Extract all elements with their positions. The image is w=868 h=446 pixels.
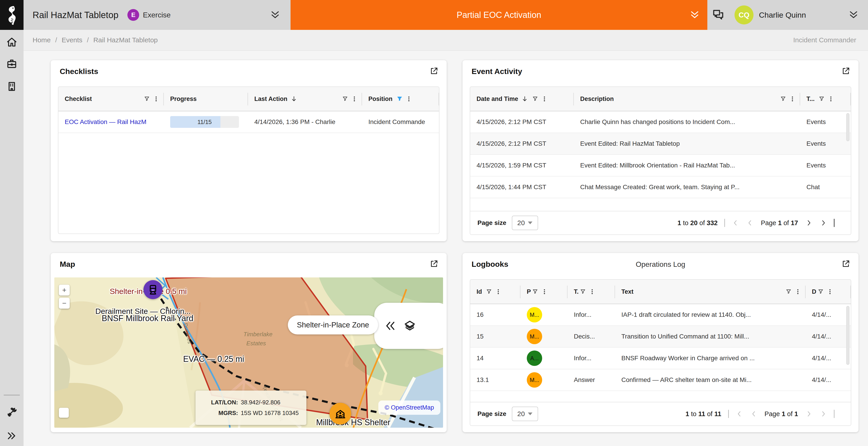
- column-header-checklist[interactable]: Checklist: [58, 87, 164, 111]
- column-header-last-action[interactable]: Last Action: [248, 87, 362, 111]
- column-menu-icon[interactable]: [406, 96, 412, 102]
- column-header-type[interactable]: T...: [800, 87, 851, 111]
- first-page-icon[interactable]: [736, 410, 743, 418]
- logbook-row[interactable]: 16 M... Infor... IAP-1 draft circulated …: [470, 304, 851, 326]
- column-menu-icon[interactable]: [541, 96, 548, 102]
- next-page-icon[interactable]: [805, 219, 812, 227]
- column-header-position[interactable]: Position: [362, 87, 439, 111]
- activation-banner[interactable]: Partial EOC Activation: [290, 0, 707, 30]
- prev-page-icon[interactable]: [746, 219, 754, 227]
- next-page-icon[interactable]: [805, 410, 812, 418]
- sort-desc-icon[interactable]: [290, 95, 297, 102]
- prev-page-icon[interactable]: [750, 410, 758, 418]
- chat-icon[interactable]: [712, 9, 724, 21]
- event-activity-table-header: Date and Time Description T...: [470, 87, 851, 111]
- expand-sidebar-icon[interactable]: [6, 430, 18, 442]
- column-menu-icon[interactable]: [828, 96, 834, 102]
- event-row[interactable]: 4/15/2026, 2:12 PM CST Charlie Quinn has…: [470, 111, 851, 133]
- checklist-link[interactable]: EOC Activation — Rail HazM: [65, 118, 146, 125]
- page-size-label: Page size: [477, 410, 506, 417]
- column-menu-icon[interactable]: [153, 96, 159, 102]
- event-row[interactable]: 4/15/2026, 1:59 PM CST Event Edited: Mil…: [470, 155, 851, 177]
- osm-attribution[interactable]: © OpenStreetMap: [378, 401, 440, 415]
- event-row[interactable]: 4/15/2026, 2:12 PM CST Event Edited: Rai…: [470, 133, 851, 155]
- filter-icon[interactable]: [818, 289, 824, 295]
- column-menu-icon[interactable]: [541, 288, 548, 295]
- derailment-marker[interactable]: [144, 280, 162, 299]
- logbook-row[interactable]: 14 A... Infor... BNSF Roadway Worker in …: [470, 348, 851, 369]
- filter-icon[interactable]: [144, 96, 150, 102]
- page-size-select[interactable]: 20: [512, 216, 538, 230]
- checklist-row[interactable]: EOC Activation — Rail HazM 11/15 4/14/20…: [58, 111, 439, 133]
- open-event-activity-icon[interactable]: [841, 66, 850, 75]
- table-scrollbar[interactable]: [846, 306, 849, 365]
- logbook-row[interactable]: 15 M... Decis... Transition to Unified C…: [470, 326, 851, 348]
- map-canvas[interactable]: Dunkles Tewauco Court Shelter-in-place 0…: [54, 278, 443, 428]
- log-text: BNSF Roadway Worker in Charge arrived on…: [615, 355, 806, 362]
- column-menu-icon[interactable]: [789, 96, 796, 102]
- column-menu-icon[interactable]: [589, 288, 595, 295]
- priority-pill: M...: [527, 372, 542, 388]
- breadcrumb-events[interactable]: Events: [62, 36, 82, 44]
- column-header-text[interactable]: Text: [615, 280, 806, 304]
- column-header-priority[interactable]: P: [521, 280, 567, 304]
- zoom-in-button[interactable]: +: [59, 285, 70, 295]
- event-menu-chevron-icon[interactable]: [270, 9, 281, 20]
- column-header-type[interactable]: T.: [567, 280, 615, 304]
- collapse-panel-icon[interactable]: [384, 320, 397, 332]
- last-page-icon[interactable]: [819, 219, 827, 227]
- open-logbooks-icon[interactable]: [841, 259, 850, 268]
- caret-down-icon: [528, 413, 532, 415]
- last-page-icon[interactable]: [819, 410, 827, 418]
- estates-label-line2: Estates: [229, 340, 283, 347]
- filter-active-icon[interactable]: [397, 96, 403, 102]
- map-control-stub[interactable]: [59, 408, 69, 418]
- event-header: Rail HazMat Tabletop E Exercise: [24, 0, 290, 30]
- table-scrollbar[interactable]: [846, 113, 849, 141]
- sort-desc-icon[interactable]: [521, 95, 528, 102]
- column-header-id[interactable]: Id: [470, 280, 521, 304]
- breadcrumb-home[interactable]: Home: [33, 36, 51, 44]
- filter-icon[interactable]: [486, 289, 492, 295]
- filter-icon[interactable]: [819, 96, 825, 102]
- column-menu-icon[interactable]: [795, 288, 801, 295]
- filter-icon[interactable]: [780, 96, 786, 102]
- filter-icon[interactable]: [532, 96, 538, 102]
- page-size-select[interactable]: 20: [512, 407, 538, 421]
- event-row[interactable]: 4/15/2026, 1:44 PM CST Chat Message Crea…: [470, 177, 851, 198]
- column-header-description[interactable]: Description: [574, 87, 800, 111]
- open-map-icon[interactable]: [430, 259, 438, 268]
- shelter-marker[interactable]: [330, 403, 351, 424]
- rail-yard-label: BNSF Millbrook Rail Yard: [71, 314, 223, 323]
- layer-pill-shelter-zone[interactable]: Shelter-in-Place Zone: [288, 315, 378, 334]
- column-menu-icon[interactable]: [827, 288, 833, 295]
- briefcase-icon[interactable]: [6, 58, 18, 70]
- checklists-table-header: Checklist Progress Last Action Position: [58, 87, 439, 111]
- layers-icon[interactable]: [404, 320, 416, 332]
- column-header-datetime[interactable]: Date and Time: [470, 87, 574, 111]
- open-checklists-icon[interactable]: [430, 66, 438, 75]
- tools-icon[interactable]: [6, 406, 18, 418]
- first-page-icon[interactable]: [732, 219, 740, 227]
- user-area: CQ Charlie Quinn: [707, 0, 868, 30]
- breadcrumb-separator: /: [55, 36, 57, 44]
- filter-icon[interactable]: [532, 289, 538, 295]
- filter-icon[interactable]: [342, 96, 348, 102]
- column-header-progress[interactable]: Progress: [164, 87, 248, 111]
- log-type: Infor...: [567, 311, 615, 318]
- latlon-label: LAT/LON:: [204, 399, 238, 406]
- column-menu-icon[interactable]: [351, 96, 358, 102]
- building-icon[interactable]: [6, 81, 18, 92]
- zoom-out-button[interactable]: −: [59, 298, 70, 309]
- filter-icon[interactable]: [580, 289, 586, 295]
- column-header-date[interactable]: D: [806, 280, 851, 304]
- app-logo[interactable]: [0, 0, 24, 30]
- column-menu-icon[interactable]: [495, 288, 501, 295]
- logbook-row[interactable]: 13.1 M... Answer Confirmed — ARC shelter…: [470, 369, 851, 391]
- avatar[interactable]: CQ: [735, 5, 753, 25]
- log-id: 15: [470, 333, 521, 340]
- user-menu-chevron-icon[interactable]: [848, 9, 859, 20]
- filter-icon[interactable]: [786, 289, 792, 295]
- banner-chevron-icon[interactable]: [689, 9, 700, 20]
- home-icon[interactable]: [6, 36, 18, 48]
